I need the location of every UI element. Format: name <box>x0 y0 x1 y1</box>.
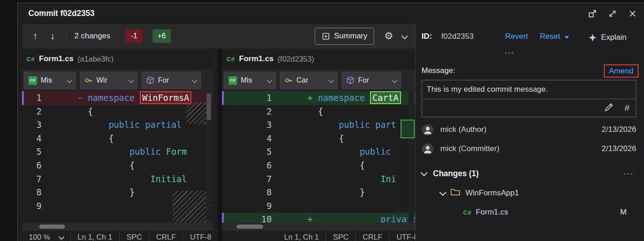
line-number: 3 <box>22 118 42 132</box>
commit-details-screen: Commit f02d2353 <box>0 0 644 241</box>
project-dropdown[interactable]: C# Mis <box>24 72 76 89</box>
committer-name: mick (Committer) <box>440 144 499 153</box>
line-number: 4 <box>22 132 42 146</box>
changes-more-button[interactable]: ··· <box>621 168 636 179</box>
amend-link[interactable]: Amend <box>609 67 633 76</box>
class-dropdown[interactable]: Car <box>280 72 338 89</box>
project-dropdown[interactable]: C# Mis <box>224 72 276 89</box>
project-dropdown-label: Mis <box>41 76 52 84</box>
gear-icon: ⚙ <box>384 30 393 42</box>
generate-message-pen-icon[interactable] <box>604 103 613 114</box>
file-header-before: C# Form1.cs (a1abe3fc) <box>22 48 213 69</box>
settings-gear-button[interactable]: ⚙ <box>384 31 393 41</box>
member-dropdown[interactable]: For <box>142 72 201 89</box>
diff-pane-before: C# Form1.cs (a1abe3fc) C# Mis Wir <box>22 48 213 241</box>
chevron-down-icon <box>392 78 397 83</box>
scrollbar-thumb[interactable] <box>206 94 211 120</box>
code-text: public partial <box>77 118 182 132</box>
code-line-4: 4 { <box>222 132 415 146</box>
deletions-badge: -1 <box>126 29 142 43</box>
reset-link[interactable]: Reset <box>540 32 560 41</box>
line-ending-mode[interactable]: CRLF <box>355 233 389 241</box>
code-navigation-bar: C# Mis Wir For <box>22 69 213 91</box>
line-number: 3 <box>222 118 272 132</box>
toolbar-dropdown-button[interactable] <box>401 31 409 42</box>
line-number: 2 <box>22 105 42 119</box>
commit-message-box[interactable]: This is my edited commit message. # <box>422 80 636 117</box>
cursor-position[interactable]: Ln 1, Ch 1 <box>70 233 119 241</box>
close-button[interactable] <box>627 8 639 20</box>
diff-editor-after[interactable]: 1+ namespace CartA2 {3 public part4 {5 p… <box>222 91 415 223</box>
code-text: { <box>307 159 365 173</box>
commit-message-line[interactable]: This is my edited commit message. <box>422 80 636 99</box>
horizontal-scrollbar[interactable] <box>222 223 415 231</box>
commit-actions-row: ID: f02d2353 Revert Reset Explain <box>416 31 644 44</box>
class-dropdown[interactable]: Wir <box>80 72 137 89</box>
code-text: } <box>77 186 135 199</box>
reset-dropdown[interactable]: Reset <box>540 32 569 41</box>
sparkle-icon <box>588 33 597 42</box>
class-dropdown-label: Wir <box>96 76 107 84</box>
vertical-scrollbar[interactable] <box>408 91 414 223</box>
code-text: - namespace WinFormsA <box>77 91 191 105</box>
line-ending-mode[interactable]: CRLF <box>149 233 183 241</box>
scrollbar-thumb[interactable] <box>39 225 65 229</box>
line-number: 8 <box>222 186 272 199</box>
scrollbar-thumb[interactable] <box>237 225 263 229</box>
maximize-button[interactable] <box>607 8 618 20</box>
encoding-mode[interactable]: UTF-8 <box>389 233 415 241</box>
cursor-position[interactable]: Ln 1, Ch 1 <box>277 233 326 241</box>
code-line-7: 7 Ini <box>222 173 415 186</box>
indentation-mode[interactable]: SPC <box>119 233 149 241</box>
zoom-level-select[interactable]: 100 % <box>22 233 70 241</box>
summary-icon <box>322 32 330 41</box>
tree-item-file[interactable]: C# Form1.cs M <box>463 205 636 219</box>
summary-label: Summary <box>334 31 368 41</box>
code-line-6: 6 { <box>222 159 415 173</box>
revert-link[interactable]: Revert <box>505 32 528 41</box>
arrow-down-icon: ↓ <box>50 31 55 42</box>
toolbar-divider <box>66 29 66 43</box>
arrow-up-icon: ↑ <box>33 31 38 42</box>
commit-ref: (a1abe3fc) <box>78 55 114 63</box>
previous-change-button[interactable]: ↑ <box>27 28 43 44</box>
diff-toolbar: ↑ ↓ 2 changes -1 +6 Summary ⚙ <box>22 24 415 48</box>
chevron-down-icon <box>401 32 408 39</box>
csharp-project-icon: C# <box>228 76 237 85</box>
code-line-10: 10+ private <box>222 213 415 223</box>
avatar-icon <box>422 124 434 136</box>
pane-splitter[interactable] <box>217 48 222 241</box>
indentation-mode[interactable]: SPC <box>326 233 355 241</box>
line-number: 1 <box>22 91 42 105</box>
key-icon <box>285 76 293 84</box>
line-number: 4 <box>222 132 272 146</box>
more-actions-button[interactable]: ··· <box>501 47 517 58</box>
chevron-down-icon <box>421 169 428 176</box>
hash-icon[interactable]: # <box>624 103 629 113</box>
chevron-down-icon <box>192 78 197 83</box>
avatar-icon <box>422 143 434 155</box>
vertical-scrollbar[interactable] <box>206 91 211 223</box>
next-change-button[interactable]: ↓ <box>45 28 60 44</box>
line-number: 7 <box>222 173 272 186</box>
file-name: Form1.cs <box>239 54 274 63</box>
diff-padding-hatch <box>186 102 206 124</box>
summary-button[interactable]: Summary <box>315 28 375 45</box>
explain-button[interactable]: Explain <box>588 31 627 44</box>
commit-window: Commit f02d2353 <box>17 3 644 241</box>
encoding-mode[interactable]: UTF-8 <box>183 233 213 241</box>
close-icon <box>628 9 637 18</box>
explain-label: Explain <box>601 33 627 42</box>
changes-count-label: Changes (1) <box>433 169 479 178</box>
zoom-level-value: 100 % <box>29 233 50 241</box>
commit-message-text: This is my edited commit message. <box>427 85 548 94</box>
member-dropdown[interactable]: For <box>342 72 401 89</box>
changes-section-header[interactable]: Changes (1) ··· <box>422 167 636 180</box>
code-line-2: 2 { <box>22 105 213 119</box>
message-row: Message: Amend <box>416 64 644 78</box>
tree-item-folder[interactable]: WinFormsApp1 <box>440 186 519 200</box>
csharp-file-icon: C# <box>463 209 471 216</box>
float-window-button[interactable] <box>586 8 598 20</box>
code-text: } <box>307 186 365 199</box>
horizontal-scrollbar[interactable] <box>22 223 213 231</box>
